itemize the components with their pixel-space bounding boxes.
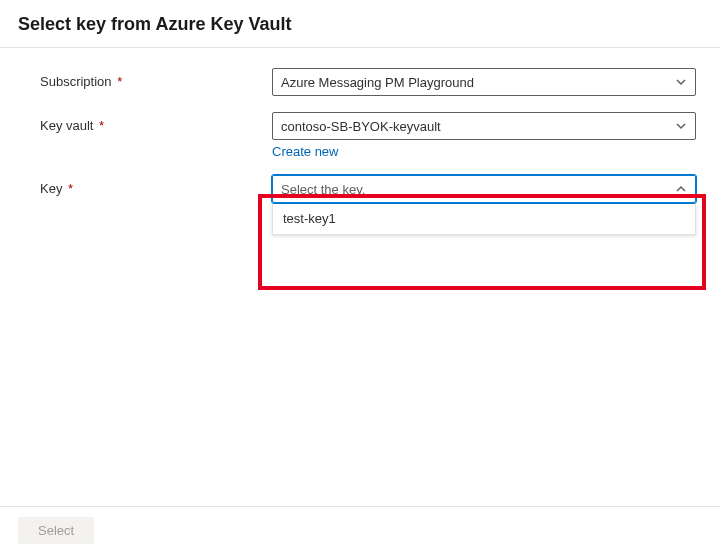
- required-indicator: *: [117, 74, 122, 89]
- field-keyvault: contoso-SB-BYOK-keyvault Create new: [272, 112, 696, 159]
- label-key: Key *: [40, 175, 272, 196]
- row-subscription: Subscription * Azure Messaging PM Playgr…: [40, 68, 696, 96]
- label-subscription-text: Subscription: [40, 74, 112, 89]
- keyvault-select[interactable]: contoso-SB-BYOK-keyvault: [272, 112, 696, 140]
- label-subscription: Subscription *: [40, 68, 272, 89]
- key-dropdown-list: test-key1: [272, 203, 696, 235]
- field-key: Select the key. test-key1: [272, 175, 696, 235]
- label-key-text: Key: [40, 181, 62, 196]
- label-keyvault: Key vault *: [40, 112, 272, 133]
- select-button[interactable]: Select: [18, 517, 94, 544]
- row-key: Key * Select the key. test-key1: [40, 175, 696, 235]
- form-area: Subscription * Azure Messaging PM Playgr…: [0, 48, 720, 235]
- chevron-down-icon: [675, 76, 687, 88]
- key-placeholder: Select the key.: [281, 182, 365, 197]
- key-option[interactable]: test-key1: [273, 203, 695, 234]
- subscription-select[interactable]: Azure Messaging PM Playground: [272, 68, 696, 96]
- label-keyvault-text: Key vault: [40, 118, 93, 133]
- chevron-up-icon: [675, 183, 687, 195]
- panel-title: Select key from Azure Key Vault: [18, 14, 700, 35]
- chevron-down-icon: [675, 120, 687, 132]
- panel-header: Select key from Azure Key Vault: [0, 0, 720, 48]
- key-select[interactable]: Select the key.: [272, 175, 696, 203]
- subscription-value: Azure Messaging PM Playground: [281, 75, 474, 90]
- required-indicator: *: [68, 181, 73, 196]
- required-indicator: *: [99, 118, 104, 133]
- row-keyvault: Key vault * contoso-SB-BYOK-keyvault Cre…: [40, 112, 696, 159]
- footer-bar: Select: [0, 506, 720, 554]
- field-subscription: Azure Messaging PM Playground: [272, 68, 696, 96]
- create-new-link[interactable]: Create new: [272, 144, 338, 159]
- keyvault-value: contoso-SB-BYOK-keyvault: [281, 119, 441, 134]
